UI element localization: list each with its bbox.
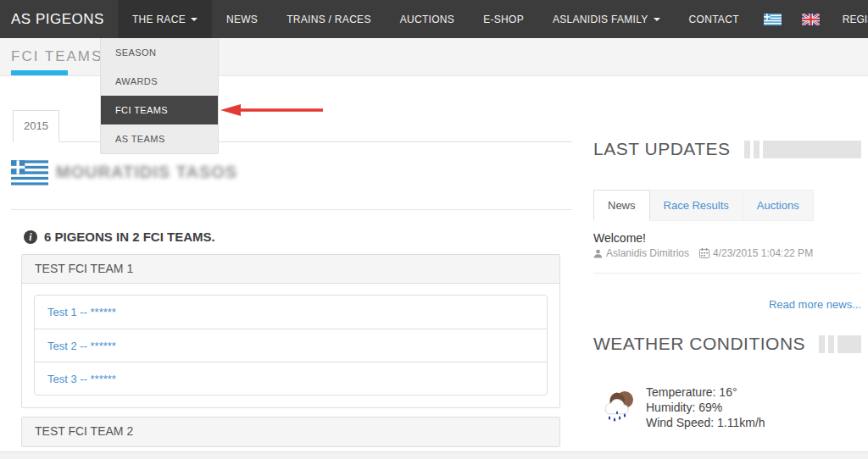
tab-auctions[interactable]: Auctions: [743, 190, 814, 221]
team-panel-header: TEST FCI TEAM 2: [22, 418, 559, 446]
last-updates-tabs: News Race Results Auctions: [593, 190, 814, 221]
news-date: 4/23/2015 1:04:22 PM: [713, 247, 813, 259]
pigeon-link[interactable]: Test 3 -- ******: [35, 362, 547, 395]
greek-flag-icon[interactable]: [764, 14, 782, 25]
top-navbar: AS PIGEONS THE RACE NEWS TRAINS / RACES …: [0, 0, 868, 38]
pigeons-summary: i 6 PIGEONS IN 2 FCI TEAMS.: [24, 230, 215, 244]
tab-year-2015[interactable]: 2015: [13, 110, 59, 142]
info-circle-icon: i: [24, 230, 37, 244]
dropdown-item-season[interactable]: SEASON: [101, 38, 218, 67]
dropdown-item-awards[interactable]: AWARDS: [101, 67, 218, 96]
page-title-underline: [11, 70, 68, 75]
last-updates-heading: LAST UPDATES: [593, 139, 861, 159]
red-arrow: [220, 102, 324, 119]
chevron-down-icon: [654, 18, 660, 21]
nav-item-trains-races[interactable]: TRAINS / RACES: [272, 0, 386, 38]
team-panel-header: TEST FCI TEAM 1: [22, 255, 559, 284]
calendar-icon: [699, 248, 709, 258]
tab-news[interactable]: News: [593, 190, 650, 221]
person-icon: [593, 249, 603, 258]
nav-item-auctions[interactable]: AUCTIONS: [386, 0, 469, 38]
nav-item-label: E-SHOP: [483, 14, 524, 25]
weather-conditions-heading: WEATHER CONDITIONS: [593, 334, 861, 354]
tab-race-results[interactable]: Race Results: [650, 190, 743, 221]
fci-team-panel-2: TEST FCI TEAM 2: [21, 417, 560, 447]
news-item-title: Welcome!: [593, 231, 646, 245]
nav-item-label: NEWS: [226, 14, 258, 25]
nav-item-label: CONTACT: [689, 14, 739, 25]
pigeons-summary-text: 6 PIGEONS IN 2 FCI TEAMS.: [44, 230, 215, 244]
uk-flag-icon[interactable]: [802, 14, 820, 25]
dropdown-item-fci-teams[interactable]: FCI TEAMS: [101, 96, 218, 124]
weather-wind-speed: Wind Speed: 1.11km/h: [646, 415, 765, 430]
brand-logo[interactable]: AS PIGEONS: [0, 0, 118, 38]
pigeon-list: Test 1 -- ****** Test 2 -- ****** Test 3…: [34, 295, 548, 395]
nav-item-label: TRAINS / RACES: [287, 14, 371, 25]
rain-cloud-icon: [598, 385, 637, 424]
content-divider: [11, 209, 572, 210]
fci-team-panel-1: TEST FCI TEAM 1 Test 1 -- ****** Test 2 …: [21, 254, 560, 408]
register-button[interactable]: REGISTER: [830, 14, 868, 25]
nav-item-label: ASLANIDIS FAMILY: [553, 14, 648, 25]
news-author: Aslanidis Dimitrios: [606, 247, 689, 259]
weather-title: WEATHER CONDITIONS: [593, 334, 805, 354]
news-divider: [593, 273, 861, 274]
read-more-news-link[interactable]: Read more news...: [593, 298, 861, 311]
team-panel-body: Test 1 -- ****** Test 2 -- ****** Test 3…: [22, 284, 559, 407]
nav-item-news[interactable]: NEWS: [212, 0, 272, 38]
footer-strip: [0, 451, 868, 459]
owner-name-blurred: MOURATIDIS TASOS: [56, 163, 237, 182]
nav-item-label: THE RACE: [132, 14, 186, 25]
deco-bars: [815, 335, 861, 353]
nav-item-label: AUCTIONS: [400, 14, 454, 25]
nav-item-contact[interactable]: CONTACT: [675, 0, 754, 38]
navbar-right: REGISTER LOGIN: [754, 0, 868, 38]
deco-bars: [741, 141, 861, 158]
news-date-group: 4/23/2015 1:04:22 PM: [699, 247, 813, 259]
nav-item-eshop[interactable]: E-SHOP: [469, 0, 538, 38]
nav-item-aslanidis-family[interactable]: ASLANIDIS FAMILY: [538, 0, 675, 38]
weather-temperature: Temperature: 16°: [646, 384, 765, 400]
weather-humidity: Humidity: 69%: [646, 400, 765, 415]
greek-flag-icon: [11, 160, 48, 185]
page-title: FCI TEAMS: [11, 48, 103, 65]
nav-item-the-race[interactable]: THE RACE: [118, 0, 212, 38]
last-updates-title: LAST UPDATES: [593, 139, 731, 159]
chevron-down-icon: [191, 18, 198, 21]
weather-readings: Temperature: 16° Humidity: 69% Wind Spee…: [646, 384, 765, 430]
pigeon-link[interactable]: Test 1 -- ******: [35, 296, 547, 329]
news-item-meta: Aslanidis Dimitrios 4/23/2015 1:04:22 PM: [593, 247, 813, 259]
dropdown-item-as-teams[interactable]: AS TEAMS: [101, 124, 218, 153]
the-race-dropdown-menu: SEASON AWARDS FCI TEAMS AS TEAMS: [100, 38, 219, 154]
pigeon-link[interactable]: Test 2 -- ******: [35, 329, 547, 362]
